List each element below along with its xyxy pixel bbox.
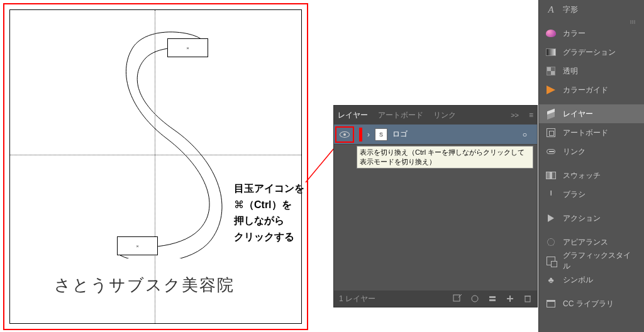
gradient-icon [546, 48, 556, 56]
appearance-icon [547, 238, 555, 246]
sidebar-item-label: グラデーション [563, 47, 616, 58]
delete-layer-icon[interactable] [523, 294, 532, 303]
s-path-shape[interactable] [111, 29, 224, 258]
sidebar-item-swatches[interactable]: スウォッチ [539, 166, 644, 185]
svg-rect-2 [453, 295, 460, 301]
svg-rect-4 [489, 296, 496, 298]
sidebar-item-graphic-styles[interactable]: グラフィックスタイル [539, 252, 644, 270]
chevron-right-icon[interactable]: › [367, 130, 370, 139]
sidebar-item-label: 透明 [563, 66, 578, 77]
tab-artboard[interactable]: アートボード [378, 110, 423, 121]
sidebar-item-appearance[interactable]: アピアランス [539, 233, 644, 252]
layer-count: 1 レイヤー [339, 294, 375, 304]
artboard-icon [547, 128, 555, 137]
visibility-toggle[interactable] [335, 126, 354, 143]
make-clipping-mask-icon[interactable] [470, 294, 479, 303]
glyphs-icon [545, 4, 557, 15]
sidebar-item-label: カラー [563, 28, 586, 39]
tab-links[interactable]: リンク [433, 110, 456, 121]
actions-icon [548, 214, 554, 222]
new-layer-icon[interactable] [506, 294, 514, 303]
layer-row[interactable]: › S ロゴ ○ [334, 124, 537, 145]
sidebar-item-label: シンボル [563, 275, 593, 285]
sidebar-item-label: ブラシ [563, 189, 586, 200]
layers-panel-tabs: レイヤー アートボード リンク >> ≡ [334, 106, 537, 124]
sidebar-item-label: CC ライブラリ [563, 299, 614, 309]
command-key-icon: ⌘ [234, 197, 244, 213]
annotation-line1: 目玉アイコンを [234, 180, 328, 197]
sidebar-item-artboard[interactable]: アートボード [539, 123, 644, 142]
tooltip: 表示を切り換え（Ctrl キーを押しながらクリックして表示モードを切り換え） [357, 146, 533, 169]
swatches-icon [546, 172, 556, 179]
sidebar-item-links[interactable]: リンク [539, 142, 644, 161]
layers-panel-footer: 1 レイヤー [334, 290, 537, 307]
sidebar-item-color[interactable]: カラー [539, 24, 644, 43]
sidebar-item-label: スウォッチ [563, 170, 601, 181]
graphic-styles-icon [547, 257, 555, 265]
sidebar-item-layers[interactable]: レイヤー [539, 104, 644, 123]
layers-icon [546, 109, 556, 119]
svg-rect-6 [525, 296, 530, 302]
create-sublayer-icon[interactable] [488, 294, 497, 303]
path-end-anchor-top[interactable]: × [167, 38, 208, 57]
sidebar-item-label: アクション [563, 213, 601, 224]
artboard[interactable]: × × さとうサブスク美容院 [9, 9, 302, 324]
sidebar-item-label: リンク [563, 147, 586, 157]
layer-color-indicator [359, 128, 362, 141]
annotation-callout: 目玉アイコンを ⌘（Ctrl）を 押しながら クリックする [234, 180, 328, 245]
brushes-icon [545, 189, 557, 200]
svg-point-3 [472, 296, 478, 302]
sidebar-item-label: アートボード [563, 128, 608, 138]
layer-thumbnail: S [375, 128, 387, 141]
cc-libraries-icon [547, 300, 555, 307]
logo-text[interactable]: さとうサブスク美容院 [54, 274, 235, 296]
svg-rect-5 [489, 299, 496, 301]
sidebar-item-transparency[interactable]: 透明 [539, 62, 644, 80]
color-guide-icon [547, 86, 555, 94]
annotation-line4: クリックする [234, 229, 328, 245]
transparency-icon [547, 67, 555, 75]
panel-menu-icon[interactable]: ≡ [529, 111, 533, 119]
target-icon[interactable]: ○ [523, 130, 527, 139]
sidebar-item-glyphs[interactable]: 字形 [539, 0, 644, 19]
sidebar-item-cc-libraries[interactable]: CC ライブラリ [539, 294, 644, 313]
locate-object-icon[interactable] [453, 294, 462, 303]
right-sidebar: 字形 カラー グラデーション 透明 カラーガイド レイヤー アートボード リンク… [538, 0, 644, 332]
layer-name[interactable]: ロゴ [392, 129, 408, 140]
link-icon [547, 149, 555, 154]
sidebar-item-symbols[interactable]: シンボル [539, 270, 644, 289]
annotation-line2: ⌘（Ctrl）を [234, 197, 328, 213]
symbols-icon [545, 274, 557, 285]
sidebar-item-label: グラフィックスタイル [563, 250, 638, 272]
sidebar-item-actions[interactable]: アクション [539, 209, 644, 228]
sidebar-item-label: レイヤー [563, 109, 593, 119]
color-icon [546, 30, 556, 37]
eye-icon [340, 131, 350, 138]
sidebar-item-gradient[interactable]: グラデーション [539, 43, 644, 62]
sidebar-item-label: アピアランス [563, 237, 608, 248]
sidebar-item-color-guide[interactable]: カラーガイド [539, 80, 644, 99]
tab-layers[interactable]: レイヤー [338, 110, 368, 121]
layers-panel: レイヤー アートボード リンク >> ≡ › S ロゴ ○ 表示を切り換え（Ct… [333, 105, 538, 307]
annotation-line3: 押しながら [234, 213, 328, 229]
sidebar-item-brushes[interactable]: ブラシ [539, 185, 644, 204]
canvas-area: × × さとうサブスク美容院 [3, 3, 308, 330]
path-end-anchor-bottom[interactable]: × [117, 236, 158, 255]
sidebar-item-label: カラーガイド [563, 85, 608, 96]
collapse-panel-icon[interactable]: >> [511, 111, 519, 119]
sidebar-item-label: 字形 [563, 4, 578, 15]
